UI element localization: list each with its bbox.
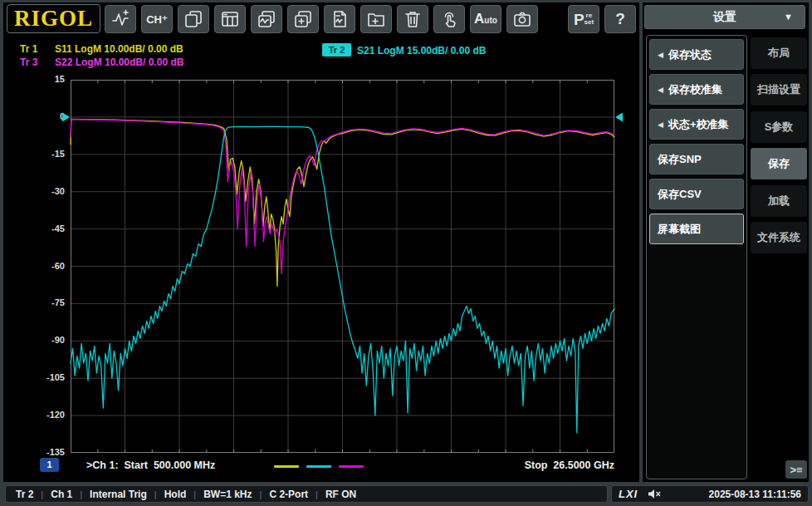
preset-button[interactable]: P re set xyxy=(568,5,599,33)
meas-table-icon xyxy=(220,9,240,29)
window-trace-button[interactable] xyxy=(251,5,282,33)
channel-add-button[interactable]: CH⁺ xyxy=(141,5,173,33)
window-layers-icon xyxy=(183,9,203,29)
legend-tr3-id[interactable]: Tr 3 xyxy=(20,56,37,68)
screenshot-button[interactable] xyxy=(506,5,538,33)
left-arrow-icon: ◀ xyxy=(658,86,663,94)
y-axis-label: 15 xyxy=(20,74,65,84)
channel-start-info: >Ch 1: Start 500.000 MHz xyxy=(86,459,215,471)
menu-collapse-button[interactable]: >≡ xyxy=(785,460,807,479)
trace-add-button[interactable] xyxy=(105,5,136,33)
trace-swatch xyxy=(339,465,364,468)
tab-save[interactable]: 保存 xyxy=(751,148,807,179)
status-separator: | xyxy=(154,489,157,499)
status-item: RF ON xyxy=(325,489,356,500)
menu-item-save-csv[interactable]: 保存CSV xyxy=(649,179,744,209)
window-trace-icon xyxy=(257,9,276,29)
menu-item-save-snp[interactable]: 保存SNP xyxy=(649,144,744,174)
legend-tr2-badge[interactable]: Tr 2 xyxy=(322,43,351,56)
legend-tr3-text: S22 LogM 10.00dB/ 0.00 dB xyxy=(55,56,183,68)
trace-add-icon xyxy=(110,9,130,29)
status-bar: Tr 2|Ch 1|Internal Trig|Hold|BW=1 kHz|C … xyxy=(5,485,608,503)
status-item: BW=1 kHz xyxy=(203,489,252,500)
status-separator: | xyxy=(193,489,196,499)
menu-item-state-cal[interactable]: ◀ 状态+校准集 xyxy=(649,109,744,140)
y-axis-label: -60 xyxy=(20,261,65,271)
tab-layout[interactable]: 布局 xyxy=(751,37,807,69)
camera-icon xyxy=(512,9,532,29)
touch-button[interactable] xyxy=(433,5,465,33)
trash-icon xyxy=(403,9,423,29)
left-arrow-icon: ◀ xyxy=(658,51,663,59)
menu-item-save-cal[interactable]: ◀ 保存校准集 xyxy=(649,74,744,105)
status-separator: | xyxy=(260,489,262,499)
menu-collapse-icon: >≡ xyxy=(790,464,802,476)
settings-dropdown[interactable]: 设置 ▼ xyxy=(644,5,805,29)
copy-channel-button[interactable] xyxy=(360,5,392,33)
channel-badge[interactable]: 1 xyxy=(40,458,59,472)
menu-item-label: 保存SNP xyxy=(658,152,702,167)
trace-swatch xyxy=(306,465,331,468)
legend-tr1-id[interactable]: Tr 1 xyxy=(20,43,37,55)
copy-trace-button[interactable] xyxy=(324,5,355,33)
trace-swatch xyxy=(274,465,299,468)
menu-item-label: 保存CSV xyxy=(658,187,702,202)
window-channel-button[interactable] xyxy=(287,5,319,33)
y-axis-label: -15 xyxy=(20,149,65,159)
status-separator: | xyxy=(316,489,318,499)
menu-item-label: 保存状态 xyxy=(668,47,712,62)
vna-screen: RIGOL CH⁺ xyxy=(0,0,812,506)
left-arrow-icon: ◀ xyxy=(658,120,663,129)
tab-load[interactable]: 加载 xyxy=(751,185,807,217)
menu-item-label: 状态+校准集 xyxy=(668,117,729,132)
y-axis-label: -105 xyxy=(20,372,65,382)
y-axis-label: 0 xyxy=(20,111,65,121)
status-separator: | xyxy=(80,489,82,499)
y-axis-label: -135 xyxy=(20,447,65,457)
menu-item-label: 屏幕截图 xyxy=(658,222,701,237)
tab-sweep-setup[interactable]: 扫描设置 xyxy=(751,74,807,106)
rigol-logo: RIGOL xyxy=(7,4,100,33)
speaker-muted-icon[interactable] xyxy=(648,489,661,499)
tab-file-system[interactable]: 文件系统 xyxy=(751,222,807,253)
y-axis: 150-15-30-45-60-75-90-105-120-135 xyxy=(20,80,65,453)
channel-add-icon: CH⁺ xyxy=(146,13,168,26)
plot-area[interactable] xyxy=(71,80,614,453)
menu-item-screenshot[interactable]: 屏幕截图 xyxy=(649,214,744,244)
y-axis-label: -75 xyxy=(20,297,65,307)
legend-tr1-text: S11 LogM 10.00dB/ 0.00 dB xyxy=(55,43,183,55)
status-item: Hold xyxy=(164,489,187,500)
y-axis-label: -90 xyxy=(20,335,65,345)
trace-color-swatches xyxy=(274,465,364,468)
status-separator: | xyxy=(41,489,43,499)
tab-s-params[interactable]: S参数 xyxy=(751,111,807,143)
lxi-logo[interactable]: LXI xyxy=(619,488,638,500)
delete-button[interactable] xyxy=(397,5,428,33)
y-axis-label: -120 xyxy=(20,410,65,420)
status-item: Ch 1 xyxy=(51,489,72,500)
help-button[interactable]: ? xyxy=(604,5,636,33)
auto-scale-button[interactable]: Auto xyxy=(470,5,501,33)
y-axis-label: -45 xyxy=(20,224,65,233)
channel-stop-info: Stop 26.5000 GHz xyxy=(498,459,614,471)
legend-tr2-text: S21 LogM 15.00dB/ 0.00 dB xyxy=(357,45,486,56)
window-channel-icon xyxy=(293,9,313,29)
touch-icon xyxy=(439,9,459,29)
meas-table-button[interactable] xyxy=(214,5,246,33)
menu-item-label: 保存校准集 xyxy=(668,82,722,97)
help-icon: ? xyxy=(615,10,625,28)
settings-dropdown-label: 设置 xyxy=(713,10,736,23)
status-item: Tr 2 xyxy=(16,489,33,500)
menu-item-save-state[interactable]: ◀ 保存状态 xyxy=(649,39,744,70)
status-item: C 2-Port xyxy=(269,489,308,500)
copy-trace-icon xyxy=(330,9,350,29)
y-axis-label: -30 xyxy=(20,186,65,196)
chevron-down-icon: ▼ xyxy=(784,6,793,28)
window-layers-button[interactable] xyxy=(178,5,209,33)
copy-channel-icon xyxy=(366,9,386,29)
status-bar-right: LXI 2025-08-13 11:11:56 xyxy=(611,485,809,503)
status-item: Internal Trig xyxy=(90,489,147,500)
auto-label: Auto xyxy=(474,11,497,27)
preset-label: P re set xyxy=(574,12,594,27)
datetime: 2025-08-13 11:11:56 xyxy=(709,489,801,500)
